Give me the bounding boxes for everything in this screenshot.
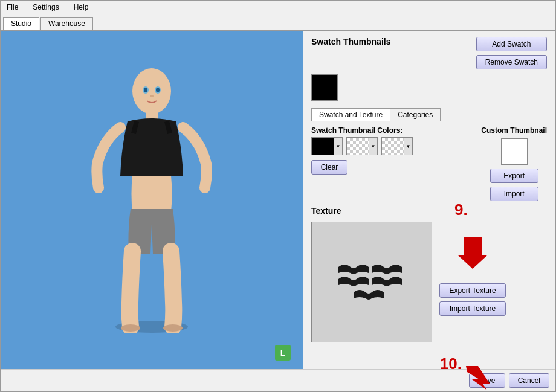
swatch-colors-label: Swatch Thumbnail Colors:: [311, 126, 469, 135]
swatch-preview-row: [311, 74, 547, 101]
svg-point-4: [156, 88, 160, 92]
color-picker-1[interactable]: ▼: [311, 137, 343, 155]
sub-tab-bar: Swatch and Texture Categories: [311, 108, 441, 121]
main-content: L Swatch Thumbnails Add Swatch Remove Sw…: [1, 31, 555, 369]
right-panel: Swatch Thumbnails Add Swatch Remove Swat…: [303, 31, 555, 369]
clear-button[interactable]: Clear: [311, 160, 348, 175]
texture-content: 9. Export Texture Import Texture: [311, 222, 547, 342]
sub-tab-categories[interactable]: Categories: [390, 109, 440, 121]
color-preview-2: [347, 138, 369, 155]
character-area: [1, 31, 303, 369]
tab-studio[interactable]: Studio: [3, 17, 39, 30]
import-texture-button[interactable]: Import Texture: [439, 301, 506, 316]
color-dropdown-2[interactable]: ▼: [369, 138, 377, 155]
color-picker-2[interactable]: ▼: [346, 137, 378, 155]
svg-point-3: [144, 88, 147, 92]
svg-point-0: [132, 68, 171, 114]
color-picker-3[interactable]: ▼: [381, 137, 413, 155]
menu-help[interactable]: Help: [70, 2, 92, 13]
color-dropdown-3[interactable]: ▼: [404, 138, 412, 155]
svg-point-5: [150, 95, 154, 97]
texture-section: Texture: [311, 206, 547, 363]
remove-swatch-button[interactable]: Remove Swatch: [476, 55, 547, 69]
tab-bar: Studio Warehouse: [1, 14, 555, 31]
texture-preview[interactable]: [311, 222, 432, 342]
color-preview-1: [312, 138, 334, 155]
import-button[interactable]: Import: [490, 187, 538, 201]
cancel-button[interactable]: Cancel: [509, 373, 549, 388]
custom-thumbnail-label: Custom Thumbnail: [481, 126, 547, 135]
footer-bar: 10. Save Cancel: [1, 369, 555, 391]
app-window: File Settings Help Studio Warehouse: [0, 0, 556, 392]
tab-warehouse[interactable]: Warehouse: [40, 17, 93, 30]
custom-thumbnail-preview: [501, 138, 528, 165]
svg-marker-9: [457, 237, 488, 269]
custom-thumbnail-section: Custom Thumbnail Export Import: [481, 126, 547, 201]
swatch-buttons: Add Swatch Remove Swatch: [476, 37, 547, 69]
viewport-badge: L: [275, 345, 291, 361]
red-arrow-down: [454, 234, 491, 270]
annotation-10-label: 10.: [440, 355, 462, 373]
menu-bar: File Settings Help: [1, 1, 555, 14]
menu-file[interactable]: File: [3, 2, 22, 13]
texture-buttons: 9. Export Texture Import Texture: [439, 222, 506, 316]
menu-settings[interactable]: Settings: [29, 2, 62, 13]
viewport: L: [1, 31, 303, 369]
character-svg: [91, 55, 212, 333]
texture-svg: [335, 261, 408, 303]
swatch-preview[interactable]: [311, 74, 338, 101]
color-pickers-row: ▼ ▼ ▼: [311, 137, 469, 155]
sub-tab-swatch-texture[interactable]: Swatch and Texture: [312, 109, 390, 121]
svg-point-8: [163, 324, 183, 332]
svg-marker-10: [466, 366, 490, 390]
color-dropdown-1[interactable]: ▼: [334, 138, 342, 155]
color-preview-3: [382, 138, 404, 155]
svg-point-7: [121, 324, 140, 332]
swatch-colors-section: Swatch Thumbnail Colors: ▼ ▼: [311, 126, 469, 175]
swatch-thumbnails-title: Swatch Thumbnails: [311, 37, 390, 47]
annotation-arrow-10: [466, 366, 496, 390]
export-texture-button[interactable]: Export Texture: [439, 283, 506, 298]
add-swatch-button[interactable]: Add Swatch: [476, 37, 547, 51]
texture-title: Texture: [311, 206, 547, 216]
annotation-9-label: 9.: [454, 201, 468, 219]
export-button[interactable]: Export: [490, 169, 538, 183]
